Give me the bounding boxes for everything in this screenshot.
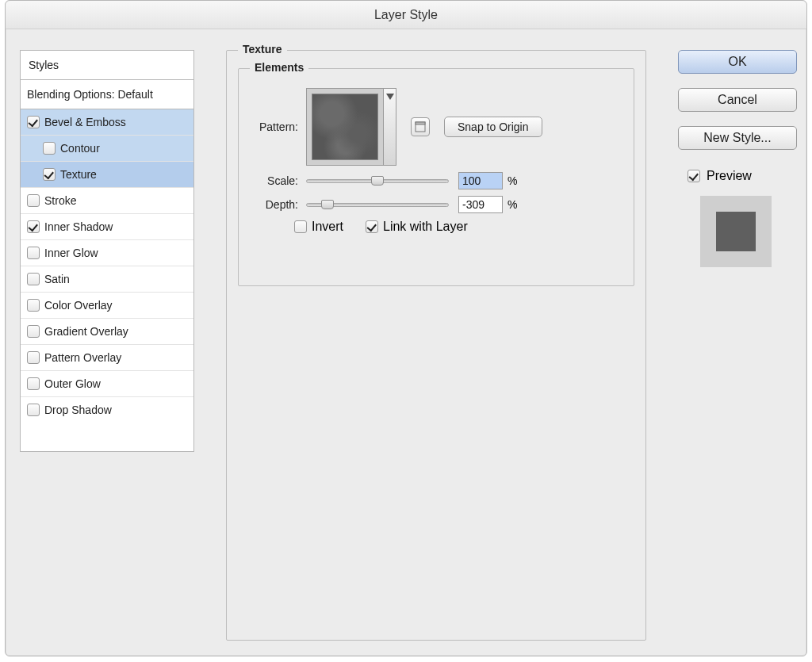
invert-checkbox-row[interactable]: Invert — [294, 220, 343, 234]
style-checkbox-inner-shadow[interactable] — [27, 220, 40, 233]
style-row-outer-glow[interactable]: Outer Glow — [21, 371, 193, 397]
style-row-inner-glow[interactable]: Inner Glow — [21, 240, 193, 266]
chevron-down-icon — [386, 94, 394, 100]
style-label: Inner Shadow — [44, 220, 113, 233]
style-row-gradient-overlay[interactable]: Gradient Overlay — [21, 319, 193, 345]
style-row-contour[interactable]: Contour — [21, 136, 193, 162]
style-checkbox-pattern-overlay[interactable] — [27, 351, 40, 364]
new-preset-icon — [415, 121, 426, 132]
layer-style-dialog: Layer Style Styles Blending Options: Def… — [5, 0, 807, 656]
depth-input[interactable] — [458, 196, 503, 213]
link-with-layer-checkbox[interactable] — [366, 220, 378, 233]
style-row-drop-shadow[interactable]: Drop Shadow — [21, 397, 193, 423]
pattern-thumbnail — [312, 94, 378, 160]
styles-sidebar: Styles Blending Options: Default Bevel &… — [20, 50, 194, 452]
preview-swatch — [700, 196, 772, 267]
style-checkbox-color-overlay[interactable] — [27, 299, 40, 312]
preview-checkbox[interactable] — [688, 170, 700, 182]
style-row-inner-shadow[interactable]: Inner Shadow — [21, 214, 193, 240]
depth-unit: % — [508, 198, 517, 211]
create-pattern-button[interactable] — [411, 117, 430, 136]
style-checkbox-satin[interactable] — [27, 273, 40, 285]
depth-slider[interactable] — [306, 197, 449, 212]
styles-header[interactable]: Styles — [21, 51, 193, 80]
invert-label: Invert — [312, 220, 343, 234]
link-with-layer-checkbox-row[interactable]: Link with Layer — [366, 220, 468, 234]
style-row-stroke[interactable]: Stroke — [21, 188, 193, 214]
svg-rect-1 — [416, 122, 425, 124]
elements-group-legend: Elements — [250, 61, 308, 74]
style-label: Inner Glow — [44, 247, 98, 259]
scale-input[interactable] — [458, 172, 503, 189]
style-label: Bevel & Emboss — [44, 116, 126, 128]
ok-button[interactable]: OK — [678, 50, 797, 74]
style-label: Outer Glow — [44, 377, 101, 390]
scale-unit: % — [508, 174, 517, 187]
style-label: Stroke — [44, 194, 76, 207]
style-label: Contour — [60, 142, 100, 155]
preview-swatch-inner — [716, 212, 756, 251]
style-label: Texture — [60, 168, 97, 181]
cancel-button[interactable]: Cancel — [678, 88, 797, 112]
style-label: Gradient Overlay — [44, 325, 128, 338]
style-checkbox-texture[interactable] — [43, 168, 56, 181]
link-with-layer-label: Link with Layer — [383, 220, 468, 234]
style-row-color-overlay[interactable]: Color Overlay — [21, 293, 193, 319]
scale-slider[interactable] — [306, 174, 449, 188]
style-checkbox-contour[interactable] — [43, 142, 56, 155]
style-checkbox-gradient-overlay[interactable] — [27, 325, 40, 338]
style-checkbox-drop-shadow[interactable] — [27, 404, 40, 416]
pattern-label: Pattern: — [239, 121, 298, 133]
blending-options-row[interactable]: Blending Options: Default — [21, 80, 193, 109]
style-row-pattern-overlay[interactable]: Pattern Overlay — [21, 345, 193, 371]
style-label: Color Overlay — [44, 299, 113, 312]
dialog-buttons-column: OK Cancel New Style... Preview — [678, 50, 797, 267]
style-row-texture[interactable]: Texture — [21, 162, 193, 188]
new-style-button[interactable]: New Style... — [678, 126, 797, 150]
scale-label: Scale: — [239, 174, 298, 187]
style-row-satin[interactable]: Satin — [21, 266, 193, 293]
texture-group: Texture Elements Pattern: — [226, 50, 646, 641]
style-label: Pattern Overlay — [44, 351, 121, 364]
style-row-bevel-emboss[interactable]: Bevel & Emboss — [21, 109, 193, 136]
elements-group: Elements Pattern: — [238, 68, 634, 286]
depth-label: Depth: — [239, 198, 298, 211]
style-checkbox-stroke[interactable] — [27, 194, 40, 207]
style-checkbox-outer-glow[interactable] — [27, 377, 40, 390]
style-label: Drop Shadow — [44, 404, 112, 416]
style-label: Satin — [44, 273, 70, 285]
texture-group-legend: Texture — [238, 43, 287, 55]
invert-checkbox[interactable] — [294, 220, 307, 233]
snap-to-origin-button[interactable]: Snap to Origin — [444, 117, 542, 137]
preview-label: Preview — [707, 169, 752, 183]
window-title: Layer Style — [6, 1, 806, 29]
style-checkbox-inner-glow[interactable] — [27, 247, 40, 259]
pattern-swatch[interactable] — [306, 88, 384, 166]
pattern-dropdown[interactable] — [384, 88, 396, 166]
style-checkbox-bevel-emboss[interactable] — [27, 116, 40, 128]
sidebar-spacer — [21, 423, 193, 451]
preview-checkbox-row[interactable]: Preview — [688, 169, 797, 183]
